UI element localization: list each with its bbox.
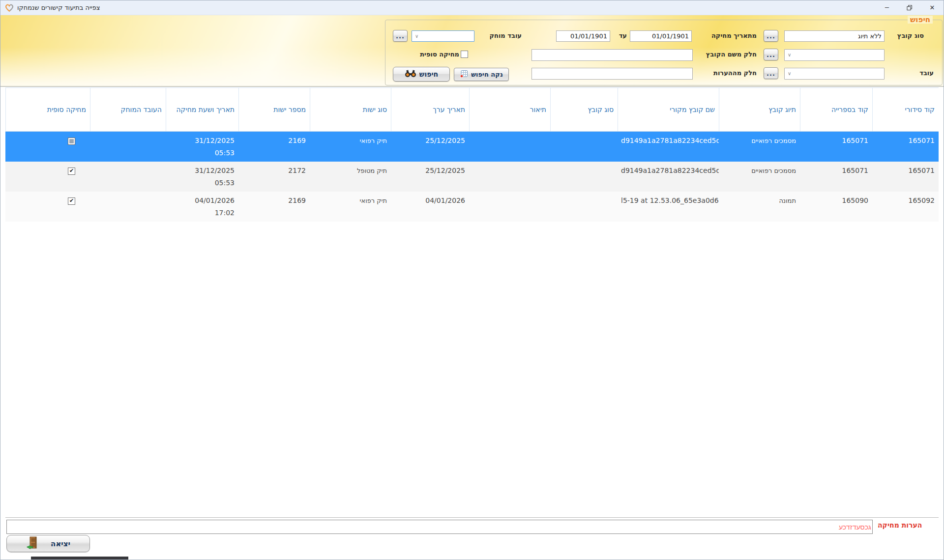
- column-header-worker[interactable]: העובד המוחק: [90, 88, 166, 131]
- exit-button-label: יציאה: [51, 539, 70, 548]
- heart-logo-icon: [4, 3, 14, 12]
- window-controls: ─ ✕: [876, 0, 944, 15]
- cell-entity_num: 2169: [238, 192, 310, 222]
- cell-final: ✔: [5, 192, 90, 222]
- column-header-file_type[interactable]: סוג קובץ: [550, 88, 618, 131]
- cell-del_datetime: 31/12/202505:53: [166, 132, 238, 162]
- table-row[interactable]: 165071165071מסמכים רפואייםd9149a1a2781a8…: [5, 162, 939, 192]
- column-header-del_datetime[interactable]: תאריך ושעת מחיקה: [166, 88, 238, 131]
- cell-value_date: 25/12/2025: [391, 132, 469, 162]
- chevron-down-icon: ∨: [788, 52, 791, 57]
- column-header-library_code[interactable]: קוד בספרייה: [800, 88, 872, 131]
- cell-serial_code: 165092: [872, 192, 939, 222]
- exit-button[interactable]: יציאה: [6, 535, 90, 552]
- close-button[interactable]: ✕: [921, 0, 944, 15]
- column-header-tag[interactable]: תיוג קובץ: [719, 88, 800, 131]
- final-deletion-filter-label: מחיקה סופית: [416, 51, 459, 58]
- file-type-input[interactable]: [784, 30, 885, 42]
- cell-final: [5, 132, 90, 162]
- cell-worker: [90, 192, 166, 222]
- cell-description: [469, 162, 550, 192]
- cell-file_name: d9149a1a2781a82234ced5d: [618, 162, 719, 192]
- cell-entity_type: תיק מטופל: [310, 162, 391, 192]
- cell-library_code: 165090: [800, 192, 872, 222]
- cell-serial_code: 165071: [872, 132, 939, 162]
- browse-deleting-worker-button[interactable]: ...: [393, 30, 408, 42]
- deleting-worker-combobox[interactable]: ∨: [412, 30, 474, 42]
- column-header-value_date[interactable]: תאריך ערך: [391, 88, 469, 131]
- clear-form-icon: [460, 70, 468, 80]
- table-row[interactable]: 165071165071מסמכים רפואייםd9149a1a2781a8…: [5, 132, 939, 162]
- worker-combobox[interactable]: ∨: [784, 68, 885, 80]
- file-name-part-label: חלק משם הקובץ: [699, 51, 757, 58]
- cell-tag: מסמכים רפואיים: [719, 132, 800, 162]
- until-date-input[interactable]: [556, 30, 610, 42]
- exit-door-icon: [26, 536, 38, 552]
- clear-search-button[interactable]: נקה חיפוש: [454, 68, 509, 81]
- cell-del_datetime: 04/01/202617:02: [166, 192, 238, 222]
- column-header-serial_code[interactable]: קוד סידורי: [872, 88, 939, 131]
- deletion-notes-input[interactable]: [6, 520, 873, 534]
- final-deletion-checkbox[interactable]: ✔: [68, 168, 75, 175]
- restore-button[interactable]: [898, 0, 921, 15]
- comments-part-input[interactable]: [531, 68, 693, 80]
- browse-upper-combo-button[interactable]: ...: [764, 49, 778, 60]
- app-window: צפייה בתיעוד קישורים שנמחקו ─ ✕ חיפוש ..…: [0, 0, 944, 560]
- table-row[interactable]: 165092165090תמונהl5-19 at 12.53.06_65e3a…: [5, 192, 939, 222]
- clear-search-button-label: נקה חיפוש: [471, 71, 503, 78]
- cell-library_code: 165071: [800, 132, 872, 162]
- search-legend: חיפוש: [908, 16, 933, 24]
- column-header-entity_type[interactable]: סוג ישות: [310, 88, 391, 131]
- cell-file_name: d9149a1a2781a82234ced5d: [618, 132, 719, 162]
- column-header-description[interactable]: תיאור: [469, 88, 550, 131]
- search-button-label: חיפוש: [419, 70, 438, 78]
- cell-tag: תמונה: [719, 192, 800, 222]
- until-label: עד: [613, 32, 627, 39]
- column-header-final[interactable]: מחיקה סופית: [5, 88, 90, 131]
- cell-entity_num: 2172: [238, 162, 310, 192]
- final-deletion-filter-checkbox[interactable]: [461, 51, 468, 58]
- file-type-label: סוג קובץ: [891, 32, 924, 39]
- comments-part-label: חלק מההערות: [699, 69, 757, 77]
- cell-file_name: l5-19 at 12.53.06_65e3a0d6: [618, 192, 719, 222]
- cell-worker: [90, 132, 166, 162]
- cell-file_type: [550, 192, 618, 222]
- file-name-part-input[interactable]: [531, 49, 693, 61]
- cell-value_date: 25/12/2025: [391, 162, 469, 192]
- deleting-worker-label: עובד מוחק: [477, 32, 522, 39]
- upper-combobox[interactable]: ∨: [784, 49, 885, 61]
- cell-final: ✔: [5, 162, 90, 192]
- from-date-input[interactable]: [630, 30, 692, 42]
- final-deletion-checkbox[interactable]: [68, 138, 75, 145]
- cell-value_date: 04/01/2026: [391, 192, 469, 222]
- cell-serial_code: 165071: [872, 162, 939, 192]
- title-bar: צפייה בתיעוד קישורים שנמחקו ─ ✕: [0, 0, 944, 15]
- browse-worker-button[interactable]: ...: [764, 67, 778, 79]
- table-header: קוד סידוריקוד בספרייהתיוג קובץשם קובץ מק…: [5, 88, 939, 132]
- column-header-entity_num[interactable]: מספר ישות: [238, 88, 310, 131]
- cell-file_type: [550, 132, 618, 162]
- browse-file-type-button[interactable]: ...: [764, 30, 778, 42]
- cell-del_datetime: 31/12/202505:53: [166, 162, 238, 192]
- taskbar-fragment[interactable]: [31, 557, 128, 560]
- search-button[interactable]: חיפוש: [393, 67, 450, 82]
- cell-tag: מסמכים רפואיים: [719, 162, 800, 192]
- cell-entity_type: תיק רפואי: [310, 132, 391, 162]
- cell-description: [469, 192, 550, 222]
- cell-worker: [90, 162, 166, 192]
- cell-entity_num: 2169: [238, 132, 310, 162]
- cell-library_code: 165071: [800, 162, 872, 192]
- worker-label: עובד: [914, 69, 934, 77]
- column-header-file_name[interactable]: שם קובץ מקורי: [618, 88, 719, 131]
- cell-file_type: [550, 162, 618, 192]
- final-deletion-checkbox[interactable]: ✔: [68, 197, 75, 205]
- chevron-down-icon: ∨: [788, 71, 791, 76]
- minimize-button[interactable]: ─: [876, 0, 898, 15]
- deleted-links-table: קוד סידוריקוד בספרייהתיוג קובץשם קובץ מק…: [5, 87, 939, 518]
- deletion-notes-label: הערות מחיקה: [878, 521, 922, 529]
- from-date-label: מתאריך מחיקה: [699, 32, 757, 39]
- window-title: צפייה בתיעוד קישורים שנמחקו: [17, 4, 100, 11]
- table-body: 165071165071מסמכים רפואייםd9149a1a2781a8…: [5, 132, 939, 222]
- cell-entity_type: תיק רפואי: [310, 192, 391, 222]
- chevron-down-icon: ∨: [415, 33, 418, 38]
